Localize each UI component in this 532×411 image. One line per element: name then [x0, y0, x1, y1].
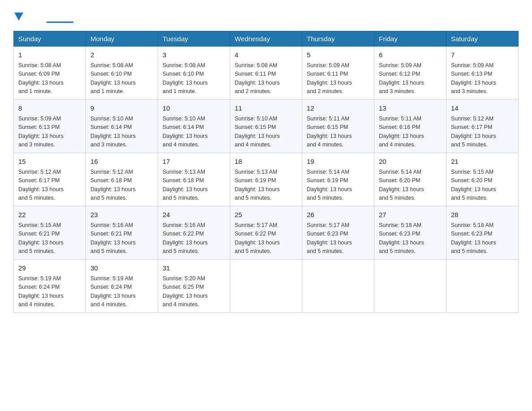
day-number: 23 — [90, 210, 153, 220]
day-number: 13 — [379, 103, 442, 113]
day-number: 16 — [90, 157, 153, 167]
day-number: 19 — [307, 157, 369, 167]
logo-underline — [47, 21, 73, 23]
logo — [13, 11, 73, 23]
calendar-cell: 19Sunrise: 5:14 AMSunset: 6:19 PMDayligh… — [302, 153, 374, 206]
day-number: 30 — [90, 263, 153, 273]
calendar-cell: 11Sunrise: 5:10 AMSunset: 6:15 PMDayligh… — [230, 100, 302, 153]
day-info: Sunrise: 5:17 AMSunset: 6:23 PMDaylight:… — [307, 222, 352, 255]
day-info: Sunrise: 5:09 AMSunset: 6:12 PMDaylight:… — [379, 62, 424, 95]
day-number: 22 — [18, 210, 81, 220]
day-info: Sunrise: 5:12 AMSunset: 6:18 PMDaylight:… — [90, 169, 136, 201]
calendar-cell: 13Sunrise: 5:11 AMSunset: 6:16 PMDayligh… — [374, 100, 446, 153]
day-number: 9 — [90, 103, 153, 113]
day-info: Sunrise: 5:15 AMSunset: 6:20 PMDaylight:… — [451, 169, 496, 201]
day-info: Sunrise: 5:13 AMSunset: 6:18 PMDaylight:… — [163, 169, 208, 201]
page-header — [13, 11, 519, 23]
calendar-week-row: 29Sunrise: 5:19 AMSunset: 6:24 PMDayligh… — [14, 260, 519, 313]
calendar-cell: 9Sunrise: 5:10 AMSunset: 6:14 PMDaylight… — [86, 100, 158, 153]
calendar-cell: 30Sunrise: 5:19 AMSunset: 6:24 PMDayligh… — [86, 260, 158, 313]
calendar-header-row: SundayMondayTuesdayWednesdayThursdayFrid… — [14, 31, 519, 47]
calendar-cell: 26Sunrise: 5:17 AMSunset: 6:23 PMDayligh… — [302, 206, 374, 260]
day-number: 17 — [163, 157, 225, 167]
calendar-cell: 27Sunrise: 5:18 AMSunset: 6:23 PMDayligh… — [374, 206, 446, 260]
day-number: 2 — [90, 50, 153, 60]
day-number: 29 — [18, 263, 81, 273]
calendar-cell: 18Sunrise: 5:13 AMSunset: 6:19 PMDayligh… — [230, 153, 302, 206]
day-number: 25 — [235, 210, 297, 220]
day-info: Sunrise: 5:11 AMSunset: 6:15 PMDaylight:… — [307, 116, 352, 148]
calendar-cell: 28Sunrise: 5:18 AMSunset: 6:23 PMDayligh… — [446, 206, 519, 260]
calendar-week-row: 1Sunrise: 5:08 AMSunset: 6:09 PMDaylight… — [14, 47, 519, 100]
day-number: 15 — [18, 157, 81, 167]
day-info: Sunrise: 5:11 AMSunset: 6:16 PMDaylight:… — [379, 116, 424, 148]
day-info: Sunrise: 5:19 AMSunset: 6:24 PMDaylight:… — [18, 275, 64, 308]
calendar-week-row: 15Sunrise: 5:12 AMSunset: 6:17 PMDayligh… — [14, 153, 519, 206]
day-info: Sunrise: 5:10 AMSunset: 6:14 PMDaylight:… — [90, 116, 136, 148]
day-number: 27 — [379, 210, 442, 220]
calendar-cell: 12Sunrise: 5:11 AMSunset: 6:15 PMDayligh… — [302, 100, 374, 153]
day-info: Sunrise: 5:13 AMSunset: 6:19 PMDaylight:… — [235, 169, 280, 201]
day-info: Sunrise: 5:16 AMSunset: 6:21 PMDaylight:… — [90, 222, 136, 255]
header-wednesday: Wednesday — [230, 31, 302, 47]
day-number: 3 — [163, 50, 225, 60]
calendar-cell: 25Sunrise: 5:17 AMSunset: 6:22 PMDayligh… — [230, 206, 302, 260]
calendar-cell: 3Sunrise: 5:08 AMSunset: 6:10 PMDaylight… — [158, 47, 230, 100]
calendar-cell: 10Sunrise: 5:10 AMSunset: 6:14 PMDayligh… — [158, 100, 230, 153]
day-info: Sunrise: 5:10 AMSunset: 6:14 PMDaylight:… — [163, 116, 208, 148]
day-info: Sunrise: 5:08 AMSunset: 6:10 PMDaylight:… — [90, 62, 136, 95]
day-info: Sunrise: 5:17 AMSunset: 6:22 PMDaylight:… — [235, 222, 280, 255]
logo-blue-part — [13, 11, 23, 21]
day-info: Sunrise: 5:20 AMSunset: 6:25 PMDaylight:… — [163, 275, 208, 308]
day-info: Sunrise: 5:09 AMSunset: 6:13 PMDaylight:… — [18, 116, 64, 148]
calendar-cell — [230, 260, 302, 313]
day-info: Sunrise: 5:15 AMSunset: 6:21 PMDaylight:… — [18, 222, 64, 255]
calendar-cell: 6Sunrise: 5:09 AMSunset: 6:12 PMDaylight… — [374, 47, 446, 100]
calendar-table: SundayMondayTuesdayWednesdayThursdayFrid… — [13, 31, 519, 313]
calendar-cell: 24Sunrise: 5:16 AMSunset: 6:22 PMDayligh… — [158, 206, 230, 260]
day-info: Sunrise: 5:19 AMSunset: 6:24 PMDaylight:… — [90, 275, 136, 308]
logo-triangle-icon — [14, 13, 23, 21]
day-info: Sunrise: 5:14 AMSunset: 6:20 PMDaylight:… — [379, 169, 424, 201]
day-number: 26 — [307, 210, 369, 220]
calendar-cell — [446, 260, 519, 313]
calendar-week-row: 8Sunrise: 5:09 AMSunset: 6:13 PMDaylight… — [14, 100, 519, 153]
calendar-week-row: 22Sunrise: 5:15 AMSunset: 6:21 PMDayligh… — [14, 206, 519, 260]
calendar-cell: 14Sunrise: 5:12 AMSunset: 6:17 PMDayligh… — [446, 100, 519, 153]
calendar-cell — [302, 260, 374, 313]
calendar-cell: 23Sunrise: 5:16 AMSunset: 6:21 PMDayligh… — [86, 206, 158, 260]
calendar-cell: 7Sunrise: 5:09 AMSunset: 6:13 PMDaylight… — [446, 47, 519, 100]
calendar-cell: 31Sunrise: 5:20 AMSunset: 6:25 PMDayligh… — [158, 260, 230, 313]
header-friday: Friday — [374, 31, 446, 47]
day-number: 5 — [307, 50, 369, 60]
day-info: Sunrise: 5:08 AMSunset: 6:11 PMDaylight:… — [235, 62, 280, 95]
day-info: Sunrise: 5:18 AMSunset: 6:23 PMDaylight:… — [379, 222, 424, 255]
calendar-cell: 17Sunrise: 5:13 AMSunset: 6:18 PMDayligh… — [158, 153, 230, 206]
day-number: 10 — [163, 103, 225, 113]
day-info: Sunrise: 5:12 AMSunset: 6:17 PMDaylight:… — [18, 169, 64, 201]
day-number: 21 — [451, 157, 514, 167]
day-info: Sunrise: 5:09 AMSunset: 6:13 PMDaylight:… — [451, 62, 496, 95]
day-info: Sunrise: 5:10 AMSunset: 6:15 PMDaylight:… — [235, 116, 280, 148]
day-number: 6 — [379, 50, 442, 60]
day-info: Sunrise: 5:12 AMSunset: 6:17 PMDaylight:… — [451, 116, 496, 148]
calendar-cell: 5Sunrise: 5:09 AMSunset: 6:11 PMDaylight… — [302, 47, 374, 100]
calendar-cell: 15Sunrise: 5:12 AMSunset: 6:17 PMDayligh… — [14, 153, 86, 206]
day-number: 28 — [451, 210, 514, 220]
day-number: 12 — [307, 103, 369, 113]
day-number: 24 — [163, 210, 225, 220]
day-info: Sunrise: 5:14 AMSunset: 6:19 PMDaylight:… — [307, 169, 352, 201]
calendar-cell: 20Sunrise: 5:14 AMSunset: 6:20 PMDayligh… — [374, 153, 446, 206]
day-number: 20 — [379, 157, 442, 167]
day-number: 11 — [235, 103, 297, 113]
calendar-cell: 16Sunrise: 5:12 AMSunset: 6:18 PMDayligh… — [86, 153, 158, 206]
calendar-cell: 22Sunrise: 5:15 AMSunset: 6:21 PMDayligh… — [14, 206, 86, 260]
day-number: 31 — [163, 263, 225, 273]
day-number: 1 — [18, 50, 81, 60]
day-number: 8 — [18, 103, 81, 113]
day-info: Sunrise: 5:08 AMSunset: 6:09 PMDaylight:… — [18, 62, 64, 95]
header-tuesday: Tuesday — [158, 31, 230, 47]
day-number: 14 — [451, 103, 514, 113]
day-info: Sunrise: 5:16 AMSunset: 6:22 PMDaylight:… — [163, 222, 208, 255]
calendar-cell: 2Sunrise: 5:08 AMSunset: 6:10 PMDaylight… — [86, 47, 158, 100]
